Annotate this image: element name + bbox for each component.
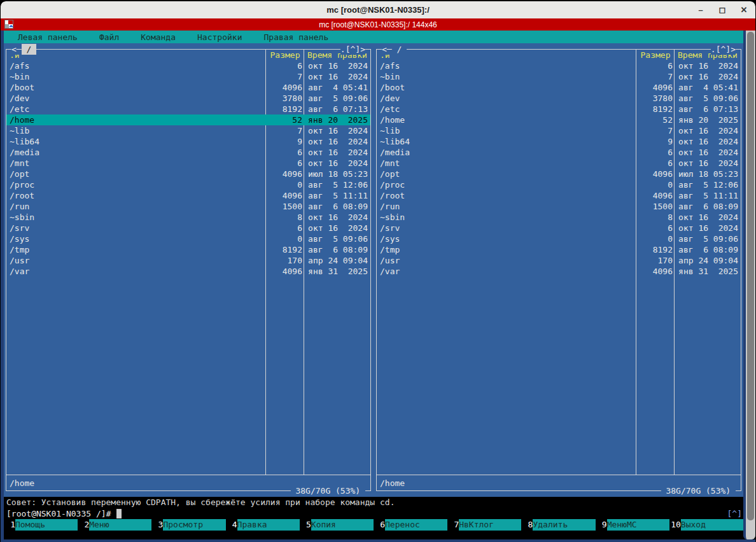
file-row[interactable]: ~sbin 8 окт 16 2024 [377,212,741,223]
file-row[interactable]: /run 1500 авг 6 08:09 [6,201,370,212]
file-row[interactable]: /media 6 окт 16 2024 [6,147,370,158]
function-key-label: Просмотр [163,519,225,531]
file-size: 6 [636,147,675,158]
file-row[interactable]: /home 52 янв 20 2025 [377,115,741,125]
function-key-button[interactable]: 5 Копия [300,519,374,531]
file-mtime: авг 6 08:09 [675,244,741,255]
file-name: /proc [6,179,266,190]
menu-options[interactable]: Настройки [197,32,242,43]
file-name: /srv [6,223,266,233]
close-icon[interactable]: ✕ [739,5,749,15]
column-header-name[interactable]: .и Имя [377,50,636,60]
file-row[interactable]: /usr 170 апр 24 09:04 [6,255,370,266]
function-key-button[interactable]: 3 Просмотр [151,519,225,531]
file-row[interactable]: ~lib64 9 окт 16 2024 [6,136,370,147]
file-mtime: авг 5 12:06 [675,179,741,190]
file-mtime: авг 6 07:13 [675,104,741,115]
file-mtime: авг 5 11:11 [304,190,370,201]
function-key-button[interactable]: 2 Меню [78,519,151,531]
file-size: 6 [266,60,304,71]
file-row[interactable]: /srv 6 окт 16 2024 [377,223,741,233]
column-header-name[interactable]: .и Имя [6,50,266,60]
function-key-button[interactable]: 9 МенюМС [596,519,669,531]
function-key-label: Помощь [15,519,78,531]
file-row[interactable]: /var 4096 янв 31 2025 [377,266,741,277]
file-row[interactable]: /opt 4096 июл 18 05:23 [377,169,741,179]
left-panel-path[interactable]: / [22,44,36,55]
column-header-size[interactable]: Размер [636,50,675,60]
function-key-button[interactable]: 10 Выход [669,519,743,531]
file-row[interactable]: /opt 4096 июл 18 05:23 [6,169,370,179]
file-row[interactable]: ~bin 7 окт 16 2024 [377,71,741,82]
file-row[interactable]: /proc 0 авг 5 12:06 [6,179,370,190]
left-panel-updir-icon[interactable]: .[^]> [340,44,365,55]
file-row[interactable]: /etc 8192 авг 6 07:13 [377,104,741,115]
file-name: /tmp [6,244,266,255]
file-size: 8192 [266,244,304,255]
file-row[interactable]: ~sbin 8 окт 16 2024 [6,212,370,223]
file-name: /media [377,147,636,158]
file-row[interactable]: ~lib64 9 окт 16 2024 [377,136,741,147]
file-row[interactable]: /usr 170 апр 24 09:04 [377,255,741,266]
column-header-size[interactable]: Размер [266,50,304,60]
file-row[interactable]: /home 52 янв 20 2025 [6,115,370,125]
file-row[interactable]: /afs 6 окт 16 2024 [377,60,741,71]
updir-badge[interactable]: [^] [727,508,743,519]
history-back-icon[interactable]: <─ [11,44,22,55]
file-name: /usr [6,255,266,266]
right-panel-path[interactable]: / [392,44,407,55]
file-row[interactable]: /tmp 8192 авг 6 08:09 [6,244,370,255]
file-row[interactable]: /sys 0 авг 5 09:06 [377,233,741,244]
file-row[interactable]: /media 6 окт 16 2024 [377,147,741,158]
file-row[interactable]: /var 4096 янв 31 2025 [6,266,370,277]
function-key-button[interactable]: 7 НвКтлог [447,519,521,531]
menu-left-panel[interactable]: Левая панель [18,32,78,43]
file-row[interactable]: /tmp 8192 авг 6 08:09 [377,244,741,255]
maximize-icon[interactable]: ◻ [717,5,727,15]
scrollbar[interactable] [743,31,755,539]
function-key-button[interactable]: 6 Перенос [374,519,447,531]
file-row[interactable]: ~lib 7 окт 16 2024 [377,125,741,136]
file-row[interactable]: /srv 6 окт 16 2024 [6,223,370,233]
file-row[interactable]: /proc 0 авг 5 12:06 [377,179,741,190]
file-mtime: июл 18 05:23 [304,169,370,179]
file-row[interactable]: /root 4096 авг 5 11:11 [377,190,741,201]
file-row[interactable]: ~lib 7 окт 16 2024 [6,125,370,136]
function-key-button[interactable]: 4 Правка [226,519,300,531]
file-size: 6 [636,158,675,169]
file-row[interactable]: /run 1500 авг 6 08:09 [377,201,741,212]
file-mtime: авг 5 09:06 [675,233,741,244]
window-menu-icon[interactable] [4,20,13,29]
menu-command[interactable]: Команда [141,32,176,43]
file-row[interactable]: /boot 4096 авг 4 05:41 [377,82,741,93]
file-size: 170 [636,255,675,266]
minimize-icon[interactable]: – [696,5,706,15]
function-key-button[interactable]: 8 Удалить [521,519,595,531]
file-mtime: окт 16 2024 [675,125,741,136]
menu-file[interactable]: Файл [99,32,119,43]
file-row[interactable]: /boot 4096 авг 4 05:41 [6,82,370,93]
file-row[interactable]: /etc 8192 авг 6 07:13 [6,104,370,115]
menu-right-panel[interactable]: Правая панель [263,32,328,43]
file-name: /root [377,190,636,201]
function-key-button[interactable]: 1 Помощь [4,519,78,531]
file-row[interactable]: /mnt 6 окт 16 2024 [6,158,370,169]
file-mtime: окт 16 2024 [675,147,741,158]
file-row[interactable]: /dev 3780 авг 5 09:06 [377,93,741,104]
file-row[interactable]: /afs 6 окт 16 2024 [6,60,370,71]
right-panel-updir-icon[interactable]: .[^]> [711,44,736,55]
file-row[interactable]: /mnt 6 окт 16 2024 [377,158,741,169]
file-mtime: авг 5 11:11 [675,190,741,201]
history-back-icon[interactable]: <─ [382,44,392,55]
file-row[interactable]: /dev 3780 авг 5 09:06 [6,93,370,104]
file-row[interactable]: /root 4096 авг 5 11:11 [6,190,370,201]
file-size: 6 [636,60,675,71]
file-row[interactable]: /sys 0 авг 5 09:06 [6,233,370,244]
file-mtime: авг 5 12:06 [304,179,370,190]
window-titlebar[interactable]: mc [root@NSK01-N0335]:/ – ◻ ✕ [1,1,755,18]
file-mtime: окт 16 2024 [304,125,370,136]
file-name: ~sbin [6,212,266,223]
file-row[interactable]: ~bin 7 окт 16 2024 [6,71,370,82]
scrollbar-thumb[interactable] [747,32,754,520]
command-line[interactable]: [root@NSK01-N0335 /]# [^] [4,508,743,519]
